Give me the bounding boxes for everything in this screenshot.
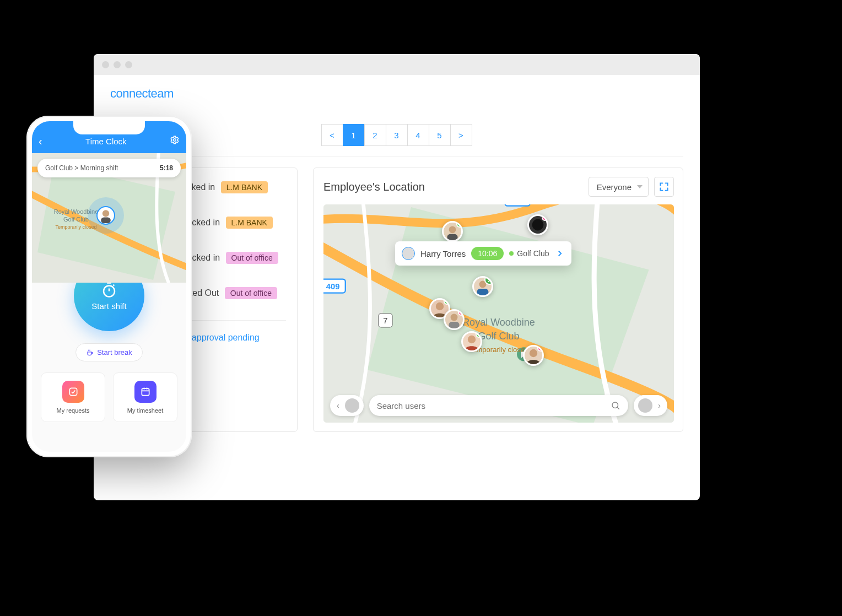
svg-rect-10 <box>447 234 457 240</box>
svg-rect-35 <box>142 388 149 396</box>
svg-rect-34 <box>69 388 77 395</box>
phone-mockup: ‹ Time Clock Royal Woodbine Golf Club Te… <box>26 116 192 457</box>
pagination-page-2[interactable]: 2 <box>364 124 386 146</box>
search-users[interactable] <box>369 395 629 416</box>
my-requests-tile[interactable]: My requests <box>41 372 105 422</box>
employee-pin[interactable] <box>527 214 548 235</box>
employee-popup[interactable]: Harry Torres 10:06 Golf Club <box>395 241 571 266</box>
user-nav-prev[interactable]: ‹ <box>330 395 364 416</box>
pagination-page-5[interactable]: 5 <box>429 124 451 146</box>
pagination-page-3[interactable]: 3 <box>386 124 408 146</box>
svg-text:Royal Woodbine: Royal Woodbine <box>54 208 99 215</box>
avatar <box>402 247 415 260</box>
card-title: Employee's Location <box>323 181 589 193</box>
svg-rect-15 <box>477 289 489 295</box>
popup-location: Golf Club <box>509 249 549 258</box>
location-badge: L.M BANK <box>226 217 273 229</box>
location-chip[interactable]: Golf Club > Morning shift 5:18 <box>37 159 181 177</box>
employee-pin[interactable] <box>442 221 463 242</box>
gear-icon <box>170 135 180 145</box>
user-nav-next[interactable]: › <box>634 395 667 416</box>
search-input[interactable] <box>377 401 611 410</box>
svg-rect-32 <box>101 217 111 223</box>
popup-name: Harry Torres <box>420 249 466 258</box>
popup-time: 10:06 <box>471 247 504 260</box>
chevron-right-icon[interactable]: › <box>656 401 663 410</box>
svg-text:7: 7 <box>383 316 387 325</box>
svg-point-9 <box>449 226 456 233</box>
timesheet-icon <box>134 381 156 403</box>
screen-title: Time Clock <box>42 137 170 146</box>
avatar <box>345 398 359 413</box>
employee-pin[interactable] <box>444 309 465 330</box>
elapsed-time: 5:18 <box>160 164 173 172</box>
location-badge: Out of office <box>225 287 277 299</box>
pagination-next[interactable]: > <box>450 124 472 146</box>
my-timesheet-tile[interactable]: My timesheet <box>113 372 177 422</box>
employee-pin[interactable] <box>461 331 482 352</box>
browser-titlebar <box>94 54 700 75</box>
chevron-right-icon[interactable] <box>555 248 565 258</box>
svg-point-26 <box>174 138 176 141</box>
map[interactable]: 409 409 7 Royal WoodbineGolf Club Tempor… <box>323 204 674 423</box>
back-button[interactable]: ‹ <box>39 135 42 148</box>
location-badge: L.M BANK <box>221 181 268 193</box>
expand-icon <box>659 181 670 192</box>
filter-dropdown[interactable]: Everyone <box>589 177 649 197</box>
self-location-pin <box>96 206 115 225</box>
phone-notch <box>73 121 145 134</box>
start-break-button[interactable]: Start break <box>75 343 143 361</box>
window-close-icon[interactable] <box>102 61 109 68</box>
expand-button[interactable] <box>654 177 674 197</box>
svg-rect-20 <box>449 322 459 328</box>
svg-point-25 <box>612 402 618 408</box>
employee-location-card: Employee's Location Everyone <box>313 167 683 432</box>
pagination: < 1 2 3 4 5 > <box>110 124 683 156</box>
svg-point-24 <box>530 349 537 357</box>
search-icon <box>611 401 620 410</box>
svg-text:Golf Club: Golf Club <box>63 216 89 223</box>
svg-point-17 <box>436 302 444 310</box>
app-logo: connecteam <box>110 83 683 107</box>
svg-point-22 <box>468 336 476 343</box>
employee-pin[interactable] <box>523 345 544 366</box>
svg-point-31 <box>102 210 109 217</box>
requests-icon <box>62 381 84 403</box>
map-canvas: 409 409 7 <box>323 204 674 423</box>
window-maximize-icon[interactable] <box>125 61 132 68</box>
employee-pin[interactable]: 2 <box>472 276 493 297</box>
pagination-prev[interactable]: < <box>321 124 343 146</box>
coffee-icon <box>86 349 94 356</box>
svg-text:Temporarily closed: Temporarily closed <box>55 224 96 230</box>
phone-map[interactable]: Royal Woodbine Golf Club Temporarily clo… <box>32 153 186 283</box>
pagination-page-4[interactable]: 4 <box>407 124 429 146</box>
pagination-page-1[interactable]: 1 <box>343 124 365 146</box>
stopwatch-icon <box>101 282 117 298</box>
svg-text:409: 409 <box>326 282 340 291</box>
location-badge: Out of office <box>226 252 278 264</box>
svg-point-12 <box>532 219 544 231</box>
map-footer: ‹ › <box>330 395 667 416</box>
avatar <box>638 398 652 413</box>
settings-button[interactable] <box>170 135 180 148</box>
window-minimize-icon[interactable] <box>114 61 121 68</box>
svg-rect-3 <box>505 204 530 206</box>
svg-point-19 <box>451 314 458 321</box>
chevron-left-icon[interactable]: ‹ <box>334 401 342 410</box>
